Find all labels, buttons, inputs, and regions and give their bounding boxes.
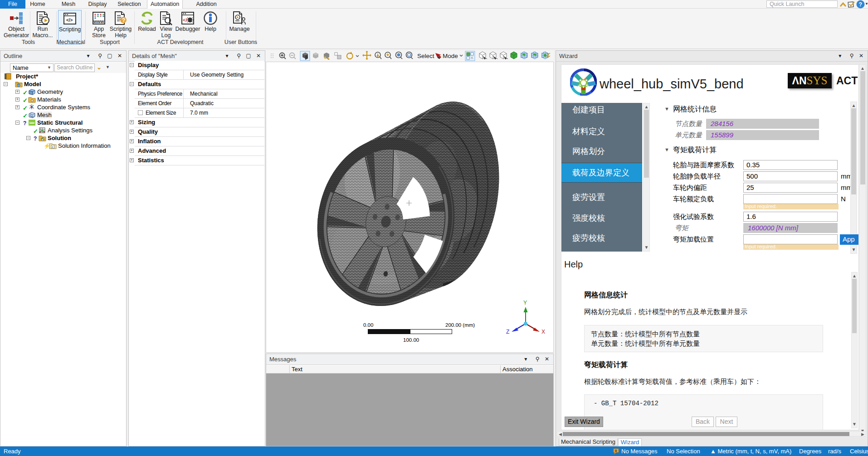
svg-text:Y: Y [523,300,527,306]
svg-text:Mode: Mode [443,53,458,59]
svg-text:?: ? [859,1,863,8]
svg-text:?: ? [122,17,125,24]
svg-text:Select: Select [417,53,434,59]
svg-text:Z: Z [506,329,509,334]
svg-text:0: 0 [615,449,617,453]
svg-text:</: </ [183,17,187,23]
svg-text:X: X [541,329,545,334]
svg-text:</>: </> [66,18,73,23]
svg-text:i: i [52,145,53,149]
svg-text:www: www [93,19,104,24]
